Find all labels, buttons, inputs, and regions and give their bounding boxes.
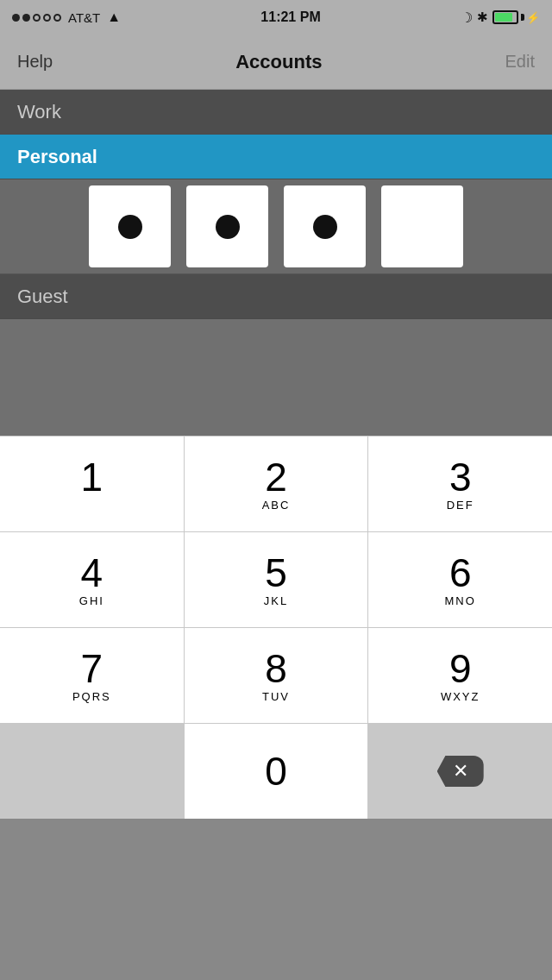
- status-time: 11:21 PM: [260, 9, 320, 25]
- key-1-letters: [90, 499, 95, 512]
- pin-box-3: [284, 185, 366, 267]
- battery-fill: [495, 13, 512, 22]
- delete-icon: ✕: [437, 756, 484, 787]
- account-item-work[interactable]: Work: [0, 90, 552, 135]
- pin-dot-3: [313, 215, 337, 239]
- status-right: ☽ ✱ ⚡: [461, 9, 540, 26]
- key-6-num: 6: [449, 553, 472, 593]
- wifi-icon: ▲: [107, 9, 121, 25]
- key-7[interactable]: 7 PQRS: [0, 628, 185, 723]
- keypad-row-1: 1 2 ABC 3 DEF: [0, 436, 552, 531]
- key-3-letters: DEF: [447, 499, 474, 512]
- key-6-letters: MNO: [445, 594, 476, 607]
- signal-dots: [12, 14, 61, 22]
- pin-dot-2: [216, 215, 240, 239]
- keypad: 1 2 ABC 3 DEF 4 GHI 5 JKL 6 MNO 7 PQRS: [0, 436, 552, 819]
- key-9-num: 9: [449, 649, 472, 688]
- account-label-personal: Personal: [17, 146, 97, 168]
- pin-dot-1: [118, 215, 142, 239]
- key-8-num: 8: [265, 649, 287, 688]
- keypad-row-2: 4 GHI 5 JKL 6 MNO: [0, 531, 552, 627]
- account-item-personal[interactable]: Personal: [0, 135, 552, 179]
- signal-dot-2: [22, 14, 30, 22]
- key-0[interactable]: 0: [185, 724, 369, 819]
- nav-title: Accounts: [235, 51, 322, 73]
- key-0-num: 0: [265, 751, 287, 791]
- battery-bolt: ⚡: [526, 11, 540, 24]
- key-7-num: 7: [81, 649, 104, 688]
- pin-area: [0, 179, 552, 274]
- status-left: AT&T ▲: [12, 9, 121, 25]
- pin-box-1: [89, 185, 171, 267]
- key-9-letters: WXYZ: [441, 690, 480, 703]
- signal-dot-5: [53, 14, 61, 22]
- key-4-letters: GHI: [79, 594, 104, 607]
- status-bar: AT&T ▲ 11:21 PM ☽ ✱ ⚡: [0, 0, 552, 35]
- key-2-letters: ABC: [262, 499, 291, 512]
- key-5[interactable]: 5 JKL: [185, 532, 369, 627]
- signal-dot-4: [43, 14, 51, 22]
- keypad-row-3: 7 PQRS 8 TUV 9 WXYZ: [0, 627, 552, 723]
- battery-tip: [521, 14, 524, 21]
- account-label-guest: Guest: [17, 286, 68, 308]
- account-list: Work Personal Guest: [0, 90, 552, 319]
- account-label-work: Work: [17, 101, 61, 123]
- key-6[interactable]: 6 MNO: [368, 532, 552, 627]
- key-8-letters: TUV: [262, 690, 290, 703]
- account-item-guest[interactable]: Guest: [0, 274, 552, 319]
- key-4-num: 4: [81, 553, 104, 593]
- key-8[interactable]: 8 TUV: [185, 628, 369, 723]
- key-2[interactable]: 2 ABC: [185, 437, 369, 531]
- key-3-num: 3: [449, 457, 472, 497]
- pin-box-4: [381, 185, 463, 267]
- key-3[interactable]: 3 DEF: [368, 437, 552, 531]
- bluetooth-icon: ✱: [477, 9, 488, 25]
- signal-dot-3: [33, 14, 41, 22]
- battery-indicator: ⚡: [492, 10, 540, 24]
- key-1[interactable]: 1: [0, 437, 185, 531]
- spacer: [0, 319, 552, 436]
- help-button[interactable]: Help: [17, 52, 53, 72]
- signal-dot-1: [12, 14, 20, 22]
- nav-bar: Help Accounts Edit: [0, 35, 552, 90]
- key-2-num: 2: [265, 457, 287, 497]
- key-5-letters: JKL: [264, 594, 288, 607]
- key-9[interactable]: 9 WXYZ: [368, 628, 552, 723]
- keypad-row-4: 0 ✕: [0, 723, 552, 819]
- battery-body: [492, 10, 518, 24]
- key-1-num: 1: [81, 457, 104, 497]
- moon-icon: ☽: [461, 9, 473, 26]
- pin-box-2: [186, 185, 268, 267]
- key-7-letters: PQRS: [72, 690, 111, 703]
- key-4[interactable]: 4 GHI: [0, 532, 185, 627]
- key-5-num: 5: [265, 553, 287, 593]
- key-empty-left: [0, 724, 185, 819]
- carrier-label: AT&T: [68, 10, 100, 25]
- key-delete[interactable]: ✕: [368, 724, 552, 819]
- edit-button[interactable]: Edit: [505, 52, 535, 72]
